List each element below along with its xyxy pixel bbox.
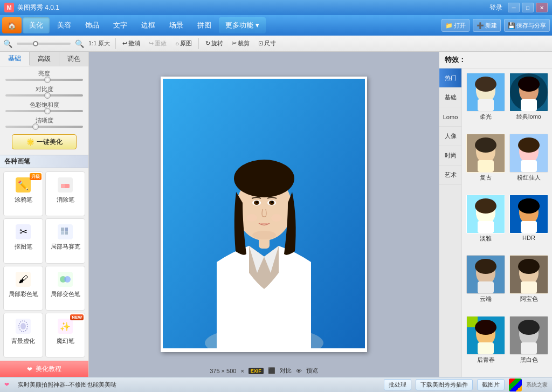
tab-advanced[interactable]: 高级 (30, 52, 59, 66)
menu-text[interactable]: 文字 (107, 17, 134, 33)
new-button[interactable]: ➕ 新建 (473, 19, 501, 32)
preview-label[interactable]: 预览 (306, 367, 318, 375)
site-label: 系统之家 (526, 381, 548, 389)
close-button[interactable]: ✕ (536, 3, 548, 12)
effect-label-pink: 粉红佳人 (517, 174, 541, 182)
open-button[interactable]: 📁 打开 (441, 19, 470, 32)
menu-beautify[interactable]: 美化 (23, 17, 50, 33)
sharpness-label: 清晰度 (5, 116, 83, 125)
menu-border[interactable]: 边框 (135, 17, 162, 33)
effect-cloud[interactable]: 云端 (464, 253, 507, 314)
screenshot-button[interactable]: 截图片 (477, 379, 505, 390)
tool-blur-bg[interactable]: 背景虚化 (3, 313, 43, 357)
download-plugin-button[interactable]: 下载美图秀秀插件 (416, 379, 473, 390)
doodle-label: 涂鸦笔 (15, 196, 32, 204)
mosaic-icon (56, 222, 75, 242)
compare-label[interactable]: 对比 (280, 367, 292, 375)
svg-rect-75 (478, 342, 494, 354)
svg-point-33 (271, 201, 273, 203)
effect-aba[interactable]: 阿宝色 (507, 253, 550, 314)
effect-label-cloud: 云端 (480, 295, 492, 303)
minimize-button[interactable]: ─ (508, 3, 520, 12)
save-share-button[interactable]: 💾 保存与分享 (504, 19, 550, 32)
tool-magic[interactable]: NEW ✨ 魔幻笔 (45, 313, 85, 357)
rotate-icon: ↻ (205, 40, 210, 47)
saturation-track[interactable] (5, 110, 83, 112)
crop-button[interactable]: ✂ 裁剪 (229, 38, 253, 50)
effect-later[interactable]: 后青春 (464, 314, 507, 375)
blur-bg-icon (13, 317, 33, 336)
color-change-label: 局部变色笔 (51, 290, 80, 298)
svg-text:✏️: ✏️ (18, 180, 29, 190)
menu-skin[interactable]: 美容 (51, 17, 78, 33)
brightness-thumb[interactable] (44, 77, 51, 83)
original-button[interactable]: ○ 原图 (172, 38, 195, 50)
cutout-icon: ✂ (13, 222, 33, 242)
svg-rect-40 (478, 99, 494, 111)
tool-doodle[interactable]: 升级 ✏️ 涂鸦笔 (3, 171, 43, 216)
contrast-track[interactable] (5, 94, 83, 97)
tool-mosaic[interactable]: 局部马赛克 (45, 218, 85, 263)
plus-icon: ➕ (477, 22, 484, 29)
tool-local-color[interactable]: 🖌 局部彩色笔 (3, 266, 43, 311)
undo-icon: ↩ (122, 40, 127, 47)
effect-cat-art[interactable]: 艺术 (439, 166, 461, 185)
tool-cutout[interactable]: ✂ 抠图笔 (3, 218, 43, 263)
sharpness-slider-row: 清晰度 (5, 116, 83, 128)
main-content: 基础 高级 调色 亮度 对比度 色彩饱和度 (0, 52, 552, 377)
maximize-button[interactable]: □ (522, 3, 534, 12)
effect-retro[interactable]: 复古 (464, 132, 507, 192)
zoom-in-icon[interactable]: 🔍 (75, 39, 84, 48)
menu-collage[interactable]: 拼图 (191, 17, 218, 33)
effect-label-later: 后青春 (477, 356, 495, 364)
effect-cat-basic[interactable]: 基础 (439, 88, 461, 107)
effect-thumb-later (466, 316, 505, 355)
svg-rect-45 (521, 99, 537, 111)
effect-bw[interactable]: 黑白色 (507, 314, 550, 375)
effects-container: 热门 基础 Lomo 人像 时尚 艺术 (439, 68, 552, 377)
menu-scene[interactable]: 场景 (163, 17, 190, 33)
tab-basic[interactable]: 基础 (0, 52, 30, 66)
effect-hdr[interactable]: HDR (507, 192, 550, 253)
redo-button[interactable]: ↪ 重做 (146, 38, 170, 50)
redo-icon: ↪ (149, 40, 154, 47)
tool-color-change[interactable]: 局部变色笔 (45, 266, 85, 311)
menu-accessories[interactable]: 饰品 (79, 17, 106, 33)
magic-label: 魔幻笔 (57, 337, 74, 345)
effect-thumb-soft (466, 73, 505, 112)
tool-eraser[interactable]: 消除笔 (45, 171, 85, 216)
sharpness-track[interactable] (5, 126, 83, 128)
batch-process-button[interactable]: 批处理 (384, 379, 411, 390)
tutorial-button[interactable]: ❤ 美化教程 (0, 361, 88, 377)
effect-cat-lomo[interactable]: Lomo (439, 107, 461, 127)
left-tabs: 基础 高级 调色 (0, 52, 88, 66)
zoom-slider[interactable] (17, 43, 71, 45)
effect-cat-portrait[interactable]: 人像 (439, 127, 461, 146)
contrast-label: 对比度 (5, 85, 83, 93)
effect-light[interactable]: 淡雅 (464, 192, 507, 253)
login-link[interactable]: 登录 (489, 3, 502, 12)
resize-button[interactable]: ⊡ 尺寸 (255, 38, 279, 50)
zoom-out-icon[interactable]: 🔍 (3, 39, 12, 48)
effect-cat-fashion[interactable]: 时尚 (439, 146, 461, 166)
auto-beautify-button[interactable]: 🌟 一键美化 (12, 134, 77, 149)
eraser-icon (56, 175, 75, 195)
brightness-track[interactable] (5, 79, 83, 81)
effect-soft[interactable]: 柔光 (464, 71, 507, 132)
effect-thumb-cloud (466, 255, 505, 294)
rotate-button[interactable]: ↻ 旋转 (202, 38, 226, 50)
tab-color[interactable]: 调色 (59, 52, 88, 66)
effect-cat-hot[interactable]: 热门 (439, 68, 461, 88)
svg-rect-11 (65, 231, 68, 235)
saturation-thumb[interactable] (44, 108, 51, 114)
undo-button[interactable]: ↩ 撤消 (119, 38, 143, 50)
effect-lomo[interactable]: 经典lomo (507, 71, 550, 132)
menu-more[interactable]: 更多功能 ▾ (219, 17, 266, 33)
menu-home[interactable]: 🏠 (2, 17, 22, 33)
effects-title: 特效： (439, 52, 552, 68)
effect-label-soft: 柔光 (480, 113, 492, 121)
effect-pink[interactable]: 粉红佳人 (507, 132, 550, 192)
sharpness-thumb[interactable] (32, 123, 39, 130)
contrast-thumb[interactable] (44, 92, 51, 99)
svg-point-78 (518, 320, 540, 335)
